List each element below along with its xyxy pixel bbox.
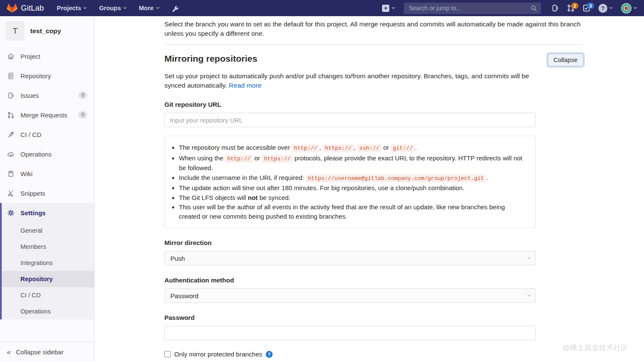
help-question-icon[interactable]: ? bbox=[266, 351, 273, 358]
note-item: Include the username in the URL if requi… bbox=[179, 173, 528, 183]
settings-sub-integrations[interactable]: Integrations bbox=[2, 255, 94, 271]
top-bar: GitLab Projects Groups More + bbox=[0, 0, 644, 16]
project-avatar: T bbox=[6, 21, 25, 40]
project-sidebar: T test_copy Project Repository bbox=[0, 16, 95, 362]
note-item: When using the http:// or https:// proto… bbox=[179, 154, 528, 173]
nav-more[interactable]: More bbox=[139, 5, 160, 11]
sidebar-item-snippets[interactable]: Snippets bbox=[0, 183, 94, 203]
note-item: The update action will time out after 18… bbox=[179, 183, 528, 193]
mirroring-section-header: Mirroring repositories Collapse bbox=[164, 54, 584, 66]
sidebar-item-merge-requests[interactable]: Merge Requests 0 bbox=[0, 105, 94, 125]
read-more-link[interactable]: Read more bbox=[229, 82, 262, 89]
todos-badge: 3 bbox=[587, 3, 594, 9]
help-icon: ? bbox=[598, 4, 607, 13]
issues-icon bbox=[7, 92, 14, 99]
git-url-input[interactable] bbox=[164, 113, 536, 127]
mirror-direction-label: Mirror direction bbox=[164, 239, 584, 246]
chevron-down-icon bbox=[156, 7, 160, 9]
merge-requests-header-button[interactable]: 2 bbox=[567, 4, 575, 12]
sidebar-item-project[interactable]: Project bbox=[0, 46, 94, 66]
auth-method-select[interactable]: Password bbox=[164, 288, 536, 303]
project-header[interactable]: T test_copy bbox=[0, 16, 94, 46]
note-item: The Git LFS objects will not be synced. bbox=[179, 193, 528, 202]
git-url-label: Git repository URL bbox=[164, 101, 584, 108]
search-input[interactable] bbox=[404, 3, 541, 14]
mirroring-notes-box: The repository must be accessible over h… bbox=[164, 136, 536, 228]
settings-sub-members[interactable]: Members bbox=[2, 239, 94, 255]
nav-projects[interactable]: Projects bbox=[57, 5, 87, 11]
mirroring-notes-list: The repository must be accessible over h… bbox=[172, 143, 528, 221]
sidebar-item-issues[interactable]: Issues 0 bbox=[0, 86, 94, 105]
chevron-down-icon bbox=[391, 7, 395, 9]
settings-sub-operations[interactable]: Operations bbox=[2, 303, 94, 319]
settings-sub-cicd[interactable]: CI / CD bbox=[2, 287, 94, 303]
search-icon bbox=[531, 5, 537, 11]
protected-branches-row: Only mirror protected branches ? bbox=[164, 351, 584, 358]
sidebar-nav: Project Repository Issues 0 bbox=[0, 46, 94, 342]
header-icon-group: 2 3 ? bbox=[551, 3, 637, 14]
settings-section: Settings General Members Integrations Re… bbox=[0, 203, 94, 319]
logo-text: GitLab bbox=[21, 4, 44, 13]
project-name: test_copy bbox=[30, 27, 61, 35]
note-item: The repository must be accessible over h… bbox=[179, 143, 528, 153]
settings-sub-general[interactable]: General bbox=[2, 222, 94, 239]
password-input[interactable] bbox=[164, 326, 536, 340]
book-icon bbox=[7, 170, 14, 177]
gitlab-logo[interactable]: GitLab bbox=[7, 3, 44, 13]
auth-method-label: Authentication method bbox=[164, 276, 584, 284]
collapse-section-button[interactable]: Collapse bbox=[548, 54, 584, 66]
merge-request-icon bbox=[7, 111, 14, 119]
document-icon bbox=[7, 72, 14, 80]
sidebar-item-cicd[interactable]: CI / CD bbox=[0, 125, 94, 144]
mirroring-description: Set up your project to automatically pus… bbox=[164, 71, 539, 90]
nav-groups[interactable]: Groups bbox=[99, 5, 127, 11]
cloud-gear-icon bbox=[7, 151, 14, 158]
chevron-down-icon bbox=[609, 7, 613, 9]
default-branch-description: Select the branch you want to set as the… bbox=[164, 18, 584, 38]
protected-branches-checkbox[interactable] bbox=[164, 351, 171, 357]
scissors-icon bbox=[7, 190, 14, 197]
mirror-direction-select[interactable]: Push bbox=[164, 251, 536, 265]
plus-icon: + bbox=[382, 5, 389, 12]
sidebar-item-repository[interactable]: Repository bbox=[0, 66, 94, 86]
tanuki-icon bbox=[7, 3, 17, 13]
section-divider bbox=[164, 44, 584, 45]
chevron-down-icon bbox=[633, 7, 637, 9]
admin-wrench-icon[interactable] bbox=[172, 5, 179, 12]
merge-requests-badge: 2 bbox=[571, 3, 578, 9]
settings-sub-repository[interactable]: Repository bbox=[2, 271, 94, 287]
rocket-icon bbox=[7, 131, 14, 138]
home-icon bbox=[7, 53, 14, 60]
double-chevron-left-icon: « bbox=[7, 348, 11, 356]
merge-requests-count: 0 bbox=[78, 111, 87, 119]
top-nav: Projects Groups More bbox=[57, 5, 159, 11]
chevron-down-icon bbox=[527, 257, 531, 259]
main-content: Select the branch you want to set as the… bbox=[95, 16, 644, 362]
gear-icon bbox=[7, 209, 14, 217]
sidebar-item-operations[interactable]: Operations bbox=[0, 144, 94, 164]
global-search bbox=[404, 3, 541, 14]
protected-branches-label: Only mirror protected branches bbox=[174, 351, 262, 358]
note-item: This user will be the author of all even… bbox=[179, 202, 528, 221]
user-menu-button[interactable] bbox=[621, 3, 637, 14]
avatar bbox=[621, 3, 632, 14]
todos-header-button[interactable]: 3 bbox=[583, 4, 590, 12]
help-menu-button[interactable]: ? bbox=[598, 4, 613, 13]
password-label: Password bbox=[164, 314, 584, 321]
chevron-down-icon bbox=[527, 294, 531, 297]
page-title: Mirroring repositories bbox=[164, 54, 257, 64]
new-menu-button[interactable]: + bbox=[382, 5, 395, 12]
chevron-down-icon bbox=[123, 7, 127, 9]
sidebar-item-settings[interactable]: Settings bbox=[2, 203, 94, 222]
chevron-down-icon bbox=[83, 7, 87, 9]
sidebar-item-wiki[interactable]: Wiki bbox=[0, 164, 94, 183]
collapse-sidebar-button[interactable]: « Collapse sidebar bbox=[0, 342, 94, 362]
issues-count: 0 bbox=[78, 91, 87, 99]
issues-header-button[interactable] bbox=[551, 4, 559, 12]
